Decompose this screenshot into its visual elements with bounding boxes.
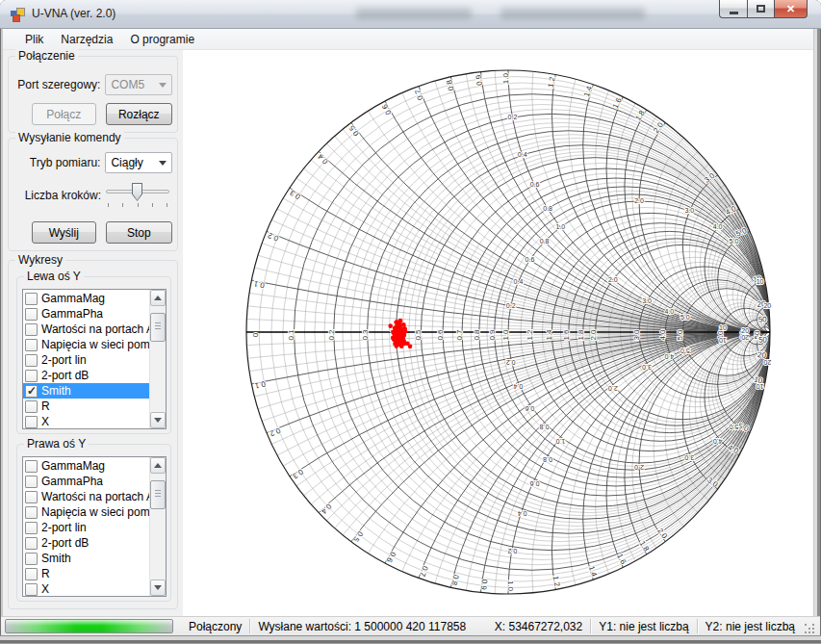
scrollbar-thumb[interactable] (150, 313, 166, 342)
series-option-label: 2-port lin (41, 353, 87, 367)
disconnect-button[interactable]: Rozłącz (106, 103, 172, 125)
series-option-label: GammaMag (41, 459, 105, 473)
app-window: U-VNA (ver. 2.0) ✕ Plik Narzędzia O prog… (0, 0, 821, 644)
smith-chart[interactable]: 00.10.20.30.40.50.60.70.80.91.01.21.41.6… (183, 50, 813, 616)
series-option-label: GammaPha (41, 307, 103, 321)
titlebar[interactable]: U-VNA (ver. 2.0) ✕ (0, 0, 821, 29)
connection-group-title: Połączenie (15, 49, 78, 63)
checkbox[interactable] (25, 583, 38, 596)
scroll-down-button[interactable] (150, 580, 166, 596)
series-option-label: R (41, 567, 50, 580)
series-option-2-port-lin[interactable]: 2-port lin (23, 520, 149, 535)
checkbox[interactable] (25, 476, 38, 488)
smith-grid-label: 0.5 (414, 329, 423, 341)
checkbox[interactable] (25, 460, 38, 473)
command-group-title: Wysyłanie komendy (15, 131, 124, 144)
serial-port-combobox[interactable]: COM5 (105, 74, 172, 95)
series-option-r[interactable]: R (23, 566, 149, 581)
smith-grid-label: 0.6 (530, 181, 540, 188)
series-option-gammamag[interactable]: GammaMag (23, 458, 149, 474)
checkbox[interactable] (25, 339, 38, 351)
series-option-label: Napięcia w sieci pomiarowej (41, 338, 149, 351)
connection-status: Połączony (183, 620, 247, 633)
smith-grid-label: 3.0 (684, 207, 694, 214)
series-option-2-port-db[interactable]: 2-port dB (23, 535, 149, 551)
menu-narzedzia[interactable]: Narzędzia (52, 30, 121, 49)
series-option-r[interactable]: R (23, 399, 149, 414)
smith-grid-label: 0.2 (508, 114, 518, 120)
smith-grid-label: 1.0 (501, 329, 510, 341)
series-option-2-port-lin[interactable]: 2-port lin (23, 352, 149, 368)
minimize-button[interactable] (719, 0, 747, 18)
chart-panel[interactable]: 00.10.20.30.40.50.60.70.80.91.01.21.41.6… (183, 50, 813, 616)
series-option-napi-cia-w-sieci-pomiarowej[interactable]: Napięcia w sieci pomiarowej (23, 504, 149, 520)
menu-o-programie[interactable]: O programie (121, 30, 203, 49)
right-axis-listbox[interactable]: GammaMagGammaPhaWartości na portach ADCN… (22, 456, 167, 597)
smith-grid-label: 0.6 (525, 405, 534, 412)
series-option-smith[interactable]: Smith (23, 383, 149, 399)
maximize-button[interactable] (747, 0, 775, 18)
series-option-gammapha[interactable]: GammaPha (23, 474, 149, 489)
series-option-warto-ci-na-portach-adc[interactable]: Wartości na portach ADC (23, 489, 149, 504)
series-option-gammamag[interactable]: GammaMag (23, 291, 149, 306)
measure-mode-combobox[interactable]: Ciągły (105, 152, 172, 173)
measure-mode-label: Tryb pomiaru: (16, 156, 100, 169)
glass-reflection (500, 8, 645, 19)
smith-grid-label: 5.0 (680, 348, 690, 354)
right-listbox-scrollbar[interactable] (149, 457, 166, 596)
resize-grip[interactable] (805, 624, 816, 635)
checkbox[interactable] (25, 416, 38, 428)
checkbox[interactable] (25, 537, 38, 550)
smith-grid-label: 0.2 (268, 425, 281, 438)
triangle-up-icon (154, 296, 162, 300)
stop-button[interactable]: Stop (106, 221, 172, 244)
smith-grid-label: 1.0 (556, 223, 566, 230)
series-option-smith[interactable]: Smith (23, 551, 149, 566)
smith-grid-label: 4.0 (713, 223, 723, 230)
checkbox[interactable] (25, 553, 38, 565)
series-option-x[interactable]: X (23, 414, 149, 428)
scroll-down-button[interactable] (150, 412, 166, 428)
checkbox[interactable] (25, 308, 38, 321)
scroll-up-button[interactable] (150, 457, 166, 474)
smith-grid-label: 4.0 (664, 353, 674, 360)
cursor-y2-value: Y2: nie jest liczbą (700, 620, 801, 633)
checkbox[interactable] (25, 491, 38, 503)
series-option-napi-cia-w-sieci-pomiarowej[interactable]: Napięcia w sieci pomiarowej (23, 337, 149, 352)
checkbox[interactable] (25, 506, 38, 519)
scrollbar-thumb[interactable] (150, 480, 166, 509)
checkbox[interactable] (25, 522, 38, 534)
series-option-2-port-db[interactable]: 2-port dB (23, 368, 149, 383)
smith-grid-label: 1.2 (547, 76, 557, 89)
checkbox[interactable] (25, 293, 38, 305)
series-option-x[interactable]: X (23, 581, 149, 596)
smith-grid-label: 2.0 (634, 464, 644, 471)
smith-grid-label: 0.4 (514, 278, 524, 285)
checkbox[interactable] (25, 370, 38, 382)
series-option-warto-ci-na-portach-adc[interactable]: Wartości na portach ADC (23, 322, 149, 337)
send-button[interactable]: Wyślij (32, 221, 96, 244)
smith-grid-label: 20 (741, 334, 749, 341)
steps-trackbar[interactable] (106, 181, 169, 210)
smith-grid-label: 1.0 (506, 580, 515, 592)
checkbox[interactable] (25, 568, 38, 580)
menu-plik[interactable]: Plik (16, 30, 52, 49)
scroll-up-button[interactable] (150, 290, 166, 306)
smith-grid-label: 0.9 (479, 579, 489, 591)
checkbox[interactable] (25, 400, 38, 413)
series-option-label: Wartości na portach ADC (41, 322, 149, 336)
connect-button[interactable]: Połącz (32, 103, 96, 125)
checkbox[interactable] (25, 354, 38, 367)
smith-grid-label: 2.0 (652, 120, 665, 135)
checkbox[interactable] (25, 385, 38, 398)
smith-grid-label: 20 (763, 359, 771, 366)
smith-grid-label: 3.0 (684, 454, 694, 461)
left-axis-listbox[interactable]: GammaMagGammaPhaWartości na portach ADCN… (22, 289, 167, 429)
chevron-down-icon (159, 83, 167, 88)
checkbox[interactable] (25, 323, 38, 336)
series-option-gammapha[interactable]: GammaPha (23, 306, 149, 322)
left-listbox-scrollbar[interactable] (149, 290, 166, 428)
sidebar: Połączenie Port szeregowy: COM5 Połącz R… (3, 50, 183, 616)
trackbar-thumb[interactable] (132, 183, 142, 201)
close-button[interactable]: ✕ (775, 0, 808, 18)
